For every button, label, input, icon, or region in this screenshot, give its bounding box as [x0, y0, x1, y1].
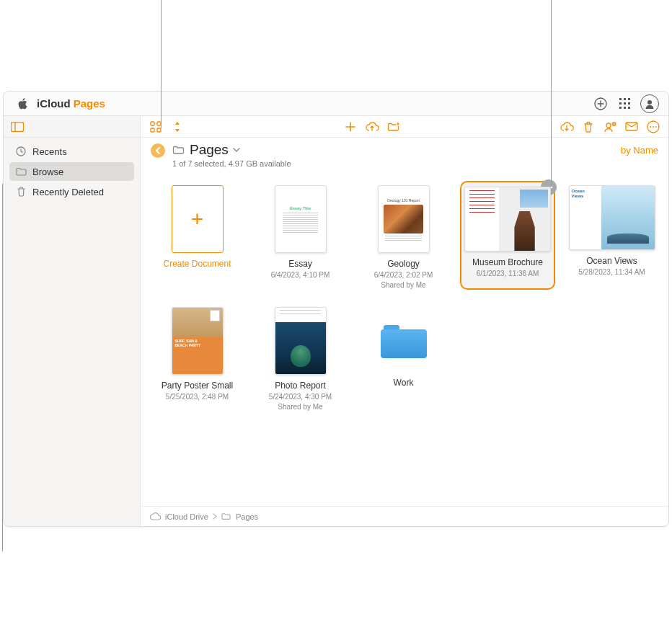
document-date: 5/24/2023, 4:30 PM [269, 392, 332, 402]
folder-name: Work [394, 378, 414, 388]
document-essay[interactable]: Essay Title Essay 6/4/2023, 4:10 PM [254, 181, 347, 290]
sidebar-item-label: Browse [32, 166, 63, 177]
location-title[interactable]: Pages [190, 142, 229, 158]
document-name: Essay [288, 259, 312, 269]
svg-rect-4 [619, 102, 622, 104]
document-photo-report[interactable]: Photo Report 5/24/2023, 4:30 PM Shared b… [254, 303, 347, 412]
svg-rect-14 [151, 122, 154, 125]
cloud-icon [149, 512, 161, 520]
svg-point-28 [551, 187, 553, 189]
breadcrumb-bar: iCloud Drive Pages [141, 506, 668, 526]
svg-point-25 [655, 126, 657, 128]
document-thumbnail: SURF, SUN & BEACH PARTY [172, 307, 224, 375]
sidebar-item-recents[interactable]: Recents [9, 142, 134, 161]
document-party-poster[interactable]: SURF, SUN & BEACH PARTY Party Poster Sma… [151, 303, 244, 412]
svg-rect-5 [624, 102, 626, 104]
toolbar [141, 116, 668, 138]
cloud-download-icon[interactable] [559, 119, 575, 135]
svg-point-23 [650, 126, 652, 128]
back-button[interactable] [151, 143, 165, 158]
document-thumbnail [464, 187, 551, 252]
app-window: iCloud Pages [3, 91, 669, 527]
content-header: Pages 1 of 7 selected, 4.97 GB available… [141, 138, 668, 174]
cloud-upload-icon[interactable] [364, 119, 380, 135]
document-geology[interactable]: Geology 101 Report Geology 6/4/2023, 2:0… [357, 181, 450, 290]
svg-rect-8 [624, 107, 626, 109]
plus-icon: + [172, 185, 224, 253]
document-thumbnail: Ocean Views [569, 185, 655, 250]
folder-icon [15, 166, 27, 177]
svg-rect-2 [624, 98, 626, 100]
document-museum-brochure[interactable]: Museum Brochure 6/1/2023, 11:36 AM [460, 181, 555, 290]
breadcrumb-leaf[interactable]: Pages [236, 512, 258, 521]
svg-point-10 [647, 100, 652, 104]
document-name: Geology [387, 259, 420, 269]
sidebar-item-label: Recents [32, 146, 67, 157]
document-thumbnail: Geology 101 Report [378, 185, 430, 253]
callout-line [161, 0, 162, 128]
sort-by-name[interactable]: by Name [621, 142, 658, 156]
document-shared: Shared by Me [269, 402, 332, 412]
svg-rect-7 [619, 107, 622, 109]
svg-point-24 [653, 126, 654, 128]
sidebar: Recents Browse Recently Deleted [4, 116, 141, 526]
document-grid: + Create Document Essay Title Essay 6/4/… [141, 174, 668, 506]
breadcrumb-root[interactable]: iCloud Drive [165, 512, 208, 521]
account-avatar-icon[interactable] [640, 94, 660, 114]
document-meta: 6/4/2023, 4:10 PM [271, 270, 330, 280]
apple-logo-icon [12, 94, 32, 114]
svg-rect-1 [619, 98, 622, 100]
folder-thumbnail [361, 307, 447, 372]
new-folder-icon[interactable] [386, 119, 402, 135]
sidebar-item-browse[interactable]: Browse [9, 162, 134, 181]
sort-updown-icon[interactable] [169, 119, 185, 135]
document-date: 5/28/2023, 11:34 AM [578, 267, 645, 277]
svg-rect-3 [628, 98, 630, 100]
sidebar-item-label: Recently Deleted [32, 187, 104, 197]
trash-icon [15, 186, 27, 197]
create-document-cell[interactable]: + Create Document [151, 181, 244, 290]
clock-icon [15, 146, 27, 157]
app-brand: iCloud Pages [37, 97, 105, 110]
selection-status: 1 of 7 selected, 4.97 GB available [172, 159, 291, 168]
svg-rect-6 [628, 102, 630, 104]
document-ocean-views[interactable]: Ocean Views Ocean Views 5/28/2023, 11:34… [565, 181, 658, 290]
share-collaborate-icon[interactable] [602, 119, 618, 135]
delete-trash-icon[interactable] [580, 119, 596, 135]
svg-rect-9 [628, 107, 630, 109]
callout-line [551, 0, 552, 186]
document-date: 6/4/2023, 2:02 PM [374, 270, 433, 280]
plus-icon[interactable] [342, 119, 358, 135]
document-shared: Shared by Me [374, 280, 433, 290]
document-thumbnail: Essay Title [275, 185, 327, 253]
svg-point-19 [606, 123, 611, 128]
sidebar-toggle-icon[interactable] [9, 119, 25, 135]
folder-icon [172, 145, 185, 155]
sidebar-item-recently-deleted[interactable]: Recently Deleted [9, 182, 134, 201]
document-name: Museum Brochure [472, 257, 543, 267]
callout-line [2, 184, 3, 551]
create-label: Create Document [163, 259, 231, 269]
main-area: Pages 1 of 7 selected, 4.97 GB available… [141, 116, 668, 526]
svg-rect-11 [12, 122, 24, 131]
document-thumbnail [275, 307, 327, 375]
svg-rect-17 [157, 128, 161, 132]
folder-icon [221, 512, 231, 520]
document-name: Ocean Views [586, 256, 637, 266]
document-date: 5/25/2023, 2:48 PM [166, 392, 229, 402]
chevron-down-icon[interactable] [233, 148, 240, 153]
document-name: Photo Report [275, 381, 326, 391]
document-date: 6/1/2023, 11:36 AM [477, 269, 539, 279]
chevron-right-icon [213, 513, 217, 520]
document-name: Party Poster Small [162, 381, 233, 391]
titlebar: iCloud Pages [4, 92, 668, 116]
more-ellipsis-icon[interactable] [645, 119, 661, 135]
folder-work[interactable]: Work [357, 303, 450, 412]
mail-icon[interactable] [624, 119, 640, 135]
svg-rect-16 [151, 128, 154, 132]
create-plus-circle-icon[interactable] [591, 94, 611, 114]
app-grid-icon[interactable] [615, 94, 635, 114]
